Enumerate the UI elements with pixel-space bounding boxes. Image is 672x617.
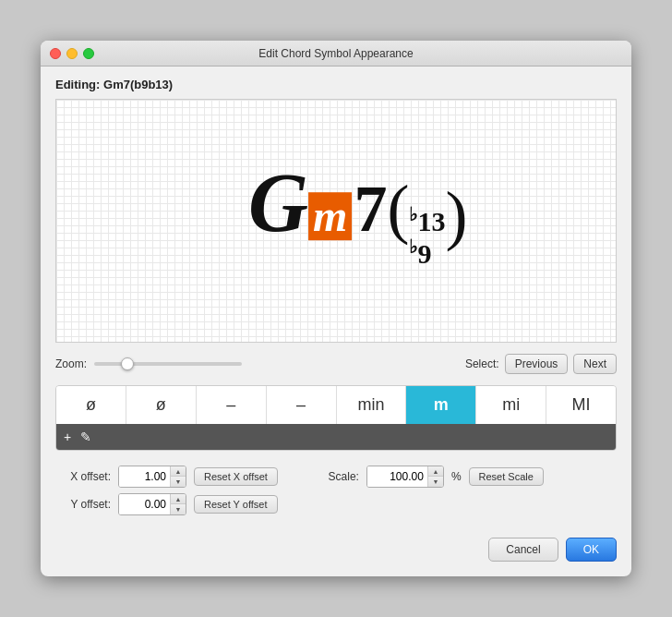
- chord-extensions: ♭13 ♭9: [409, 204, 445, 269]
- zoom-select-row: Zoom: Select: Previous Next: [55, 350, 617, 378]
- scale-spinners: ▲ ▼: [427, 466, 443, 487]
- x-offset-down[interactable]: ▼: [171, 477, 186, 487]
- add-icon[interactable]: +: [64, 429, 71, 444]
- maximize-button[interactable]: [83, 48, 94, 59]
- scale-input[interactable]: [367, 466, 427, 487]
- symbol-cell-1[interactable]: ø: [126, 386, 197, 424]
- x-offset-spinners: ▲ ▼: [170, 466, 186, 487]
- main-window: Edit Chord Symbol Appearance Editing: Gm…: [41, 41, 631, 576]
- y-offset-input[interactable]: [119, 494, 170, 514]
- symbol-cell-4[interactable]: min: [337, 386, 407, 424]
- next-button[interactable]: Next: [573, 354, 617, 374]
- chord-display: G m 7 ( ♭13 ♭9 ): [248, 162, 467, 269]
- y-offset-down[interactable]: ▼: [171, 504, 186, 514]
- reset-x-offset-button[interactable]: Reset X offset: [194, 467, 278, 486]
- select-label: Select:: [465, 357, 499, 370]
- ok-button[interactable]: OK: [566, 538, 617, 562]
- x-offset-input[interactable]: [119, 466, 170, 487]
- symbol-cell-0[interactable]: ø: [56, 386, 126, 424]
- controls-section: X offset: ▲ ▼ Reset X offset Scale: ▲: [55, 458, 617, 523]
- chord-quality-text: m: [313, 191, 347, 240]
- scale-group: Scale: ▲ ▼ % Reset Scale: [304, 466, 544, 488]
- x-offset-label: X offset:: [55, 470, 111, 483]
- symbol-table: ø ø – – min m mi MI + ✎: [55, 385, 617, 451]
- y-offset-input-group: ▲ ▼: [118, 493, 186, 515]
- chord-paren-close: ): [445, 182, 467, 248]
- symbol-cell-2[interactable]: –: [197, 386, 267, 424]
- chord-root: G: [248, 162, 308, 245]
- symbol-cell-7[interactable]: MI: [546, 386, 616, 424]
- zoom-slider[interactable]: [94, 362, 242, 366]
- x-offset-up[interactable]: ▲: [171, 466, 186, 477]
- y-offset-up[interactable]: ▲: [171, 494, 186, 504]
- editing-label-text: Editing:: [55, 78, 100, 91]
- chord-paren-open: (: [387, 175, 409, 242]
- symbol-cell-5[interactable]: m: [406, 386, 476, 424]
- editing-header: Editing: Gm7(b9b13): [55, 78, 617, 91]
- x-offset-row: X offset: ▲ ▼ Reset X offset Scale: ▲: [55, 466, 617, 488]
- editing-value: Gm7(b9b13): [103, 78, 173, 91]
- table-toolbar: + ✎: [56, 424, 616, 450]
- zoom-label: Zoom:: [55, 357, 87, 370]
- chord-ext-bottom: ♭9: [409, 236, 431, 269]
- chord-quality-box: m: [308, 192, 352, 240]
- chord-canvas: G m 7 ( ♭13 ♭9 ): [55, 99, 617, 343]
- chord-seventh: 7: [354, 175, 387, 242]
- symbol-row: ø ø – – min m mi MI: [56, 386, 616, 424]
- symbol-cell-3[interactable]: –: [267, 386, 337, 424]
- reset-scale-button[interactable]: Reset Scale: [469, 467, 544, 486]
- y-offset-spinners: ▲ ▼: [170, 494, 186, 514]
- edit-icon[interactable]: ✎: [80, 429, 91, 444]
- percent-label: %: [451, 470, 462, 483]
- bottom-buttons: Cancel OK: [55, 530, 617, 565]
- titlebar: Edit Chord Symbol Appearance: [41, 41, 631, 67]
- chord-ext-top: ♭13: [409, 204, 445, 236]
- window-controls: [50, 48, 94, 59]
- cancel-button[interactable]: Cancel: [488, 538, 558, 562]
- symbol-cell-6[interactable]: mi: [476, 386, 546, 424]
- reset-y-offset-button[interactable]: Reset Y offset: [194, 495, 278, 514]
- previous-button[interactable]: Previous: [505, 354, 569, 374]
- minimize-button[interactable]: [66, 48, 78, 59]
- scale-input-group: ▲ ▼: [366, 466, 444, 488]
- scale-down[interactable]: ▼: [428, 477, 443, 487]
- y-offset-label: Y offset:: [55, 498, 111, 511]
- y-offset-row: Y offset: ▲ ▼ Reset Y offset: [55, 493, 617, 515]
- close-button[interactable]: [50, 48, 61, 59]
- content-area: Editing: Gm7(b9b13) G m 7 ( ♭13 ♭9 ): [41, 67, 631, 576]
- window-title: Edit Chord Symbol Appearance: [258, 47, 413, 60]
- scale-label: Scale:: [304, 470, 359, 483]
- select-group: Select: Previous Next: [465, 354, 617, 374]
- scale-up[interactable]: ▲: [428, 466, 443, 477]
- x-offset-input-group: ▲ ▼: [118, 466, 186, 488]
